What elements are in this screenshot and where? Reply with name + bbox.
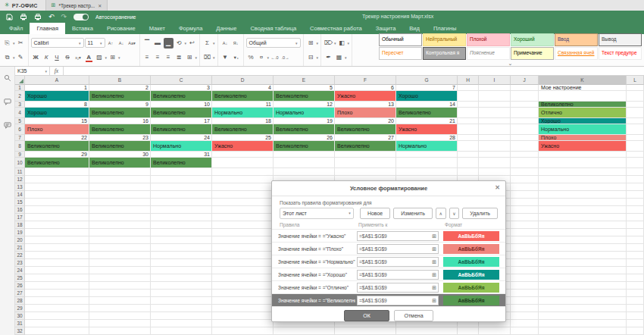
ribbon-tab-Плагины[interactable]: Плагины: [427, 23, 463, 34]
chat-icon[interactable]: [4, 118, 11, 132]
cf-rule-range-input[interactable]: =$A$1:$G$9⊞: [357, 257, 439, 267]
ribbon-tab-Макет[interactable]: Макет: [142, 23, 172, 34]
change-case-icon[interactable]: Aa▾: [127, 38, 137, 49]
row-header-26[interactable]: 26: [15, 282, 25, 290]
row-header-21[interactable]: 21: [15, 244, 25, 252]
row-header-2[interactable]: 2: [15, 91, 25, 102]
cell-C7[interactable]: 24: [151, 135, 212, 141]
cell-D4[interactable]: Нормально: [212, 108, 274, 118]
select-range-icon[interactable]: ⊞: [432, 272, 436, 278]
column-header-C[interactable]: C: [151, 76, 212, 85]
cell-J11[interactable]: [511, 168, 539, 176]
cell-G3[interactable]: 14: [396, 102, 458, 108]
row-header-5[interactable]: 5: [15, 118, 25, 124]
cell-K17[interactable]: [539, 214, 627, 221]
cf-rule-range-input[interactable]: =$A$1:$G$9⊞: [357, 244, 439, 254]
save-icon[interactable]: [6, 14, 13, 20]
cell-E1[interactable]: 5: [274, 85, 335, 91]
cell-A17[interactable]: [25, 214, 89, 221]
cell-C8[interactable]: Нормально: [151, 141, 212, 152]
cell-B25[interactable]: [89, 274, 151, 282]
cell-H8[interactable]: [458, 141, 479, 152]
cell-C27[interactable]: [151, 290, 212, 297]
cell-C11[interactable]: [151, 168, 212, 176]
merge-cells-icon[interactable]: ⊞: [185, 52, 195, 63]
row-header-17[interactable]: 17: [15, 214, 25, 221]
cell-K7[interactable]: Плохо: [539, 135, 627, 141]
select-range-icon[interactable]: ⊞: [432, 298, 436, 304]
cell-A32[interactable]: [25, 327, 89, 335]
cell-E10[interactable]: [274, 158, 335, 168]
cell-J5[interactable]: [511, 118, 539, 124]
cell-J13[interactable]: [511, 183, 539, 191]
cell-G1[interactable]: 7: [396, 85, 458, 91]
cell-style-chip-4[interactable]: Хороший: [511, 33, 554, 46]
column-header-H[interactable]: H: [458, 76, 479, 85]
cell-K1[interactable]: Мое настроение: [539, 85, 627, 91]
row-header-19[interactable]: 19: [15, 229, 25, 236]
cell-D19[interactable]: [212, 229, 274, 236]
ribbon-tab-Рисование[interactable]: Рисование: [100, 23, 142, 34]
cell-D31[interactable]: [212, 320, 274, 327]
cell-J29[interactable]: [511, 305, 539, 312]
name-box-chevron-icon[interactable]: ▾: [45, 69, 47, 74]
column-header-E[interactable]: E: [274, 76, 335, 85]
cell-J12[interactable]: [511, 176, 539, 183]
cell-K19[interactable]: [539, 229, 627, 236]
cell-C18[interactable]: [151, 221, 212, 229]
cell-B28[interactable]: [89, 297, 151, 305]
cell-H5[interactable]: [458, 118, 479, 124]
sort-ascending-icon[interactable]: А↓: [220, 38, 230, 49]
cell-K8[interactable]: Ужасно: [539, 141, 627, 152]
cell-L4[interactable]: [627, 108, 644, 118]
cell-C26[interactable]: [151, 282, 212, 290]
cell-D3[interactable]: 11: [212, 102, 274, 108]
align-top-icon[interactable]: ▔: [142, 38, 152, 49]
cell-J4[interactable]: [511, 108, 539, 118]
cell-K22[interactable]: [539, 252, 627, 259]
cell-L24[interactable]: [627, 267, 644, 274]
cell-L5[interactable]: [627, 118, 644, 124]
cell-style-chip-1[interactable]: Обычный: [379, 33, 422, 46]
cell-B26[interactable]: [89, 282, 151, 290]
cell-E3[interactable]: 12: [274, 102, 335, 108]
cell-B15[interactable]: [89, 199, 151, 206]
cell-E5[interactable]: 19: [274, 118, 335, 124]
cell-B14[interactable]: [89, 191, 151, 199]
column-header-J[interactable]: J: [511, 76, 539, 85]
cell-C30[interactable]: [151, 312, 212, 320]
cell-C2[interactable]: Великолепно: [151, 91, 212, 102]
row-header-1[interactable]: 1: [15, 85, 25, 91]
cell-J21[interactable]: [511, 244, 539, 252]
cell-D29[interactable]: [212, 305, 274, 312]
cell-J32[interactable]: [511, 327, 539, 335]
align-left-icon[interactable]: ≡: [142, 52, 152, 63]
row-header-14[interactable]: 14: [15, 191, 25, 199]
delete-cells-chevron-icon[interactable]: ▾: [317, 55, 319, 60]
borders-icon[interactable]: ⊞: [108, 52, 117, 63]
copy-icon[interactable]: ⧉: [2, 52, 12, 63]
cell-H32[interactable]: [458, 327, 479, 335]
cell-C3[interactable]: 10: [151, 102, 212, 108]
cell-B23[interactable]: [89, 259, 151, 267]
cell-K25[interactable]: [539, 274, 627, 282]
cell-J1[interactable]: [511, 85, 539, 91]
cell-J25[interactable]: [511, 274, 539, 282]
cf-rule-range-input[interactable]: =$A$1:$G$9⊞: [357, 283, 439, 293]
cell-D7[interactable]: 25: [212, 135, 274, 141]
cell-J24[interactable]: [511, 267, 539, 274]
cell-H2[interactable]: [458, 91, 479, 102]
cell-H1[interactable]: [458, 85, 479, 91]
align-middle-icon[interactable]: ▬: [153, 38, 163, 49]
cell-L17[interactable]: [627, 214, 644, 221]
cell-B8[interactable]: Великолепно: [89, 141, 151, 152]
cell-B31[interactable]: [89, 320, 151, 327]
cell-K3[interactable]: Великолепно: [539, 102, 627, 108]
dialog-close-icon[interactable]: ✕: [495, 185, 500, 191]
cell-A26[interactable]: [25, 282, 89, 290]
cell-I9[interactable]: [479, 152, 511, 158]
cell-B27[interactable]: [89, 290, 151, 297]
filter-icon[interactable]: ▼: [220, 52, 230, 63]
borders-chevron-icon[interactable]: ▾: [118, 55, 120, 60]
cell-A24[interactable]: [25, 267, 89, 274]
